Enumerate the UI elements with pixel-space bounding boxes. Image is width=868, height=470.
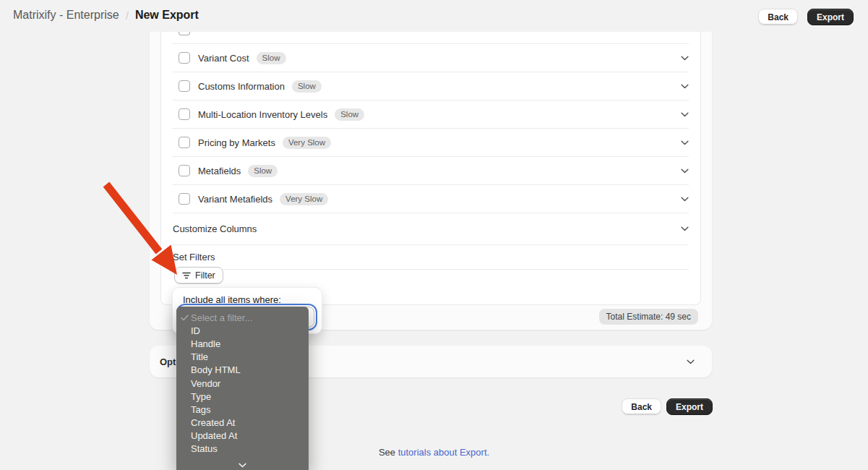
- filter-dropdown-menu: Select a filter... ID Handle Title Body …: [176, 307, 309, 470]
- export-sections-list: Variant Cost Slow Customs Information Sl…: [161, 43, 700, 270]
- checkmark-icon: [181, 315, 189, 321]
- menu-item-label: Updated At: [191, 430, 237, 441]
- row-label: Variant Cost: [198, 53, 249, 64]
- page: Matrixify - Enterprise / New Export Back…: [0, 0, 868, 470]
- menu-scroll-down-chevron[interactable]: [176, 463, 309, 468]
- checkbox[interactable]: [179, 80, 190, 92]
- set-filters-header: Set Filters: [173, 245, 689, 270]
- chevron-down-icon[interactable]: [681, 56, 689, 61]
- menu-item-updated-at[interactable]: Updated At: [176, 430, 309, 443]
- section-row-variant-cost[interactable]: Variant Cost Slow: [173, 43, 689, 72]
- menu-item-body-html[interactable]: Body HTML: [176, 364, 309, 377]
- filter-popover-prompt: Include all items where:: [183, 294, 281, 305]
- section-row-multi-location-inventory[interactable]: Multi-Location Inventory Levels Slow: [173, 100, 689, 128]
- customize-columns-label: Customize Columns: [173, 223, 257, 234]
- menu-item-placeholder[interactable]: Select a filter...: [176, 311, 309, 324]
- checkbox[interactable]: [179, 193, 190, 205]
- menu-item-type[interactable]: Type: [176, 390, 309, 403]
- export-button[interactable]: Export: [807, 9, 854, 25]
- breadcrumb-separator: /: [126, 9, 129, 22]
- chevron-down-icon[interactable]: [681, 112, 689, 117]
- chevron-down-icon[interactable]: [687, 359, 695, 364]
- help-prefix: See: [379, 447, 398, 458]
- filter-button-label: Filter: [195, 270, 215, 281]
- chevron-down-icon[interactable]: [681, 140, 689, 145]
- speed-badge: Slow: [248, 165, 278, 177]
- checkbox[interactable]: [179, 165, 190, 176]
- chevron-down-icon: [239, 463, 246, 468]
- page-title: New Export: [135, 9, 199, 22]
- set-filters-label: Set Filters: [173, 252, 215, 262]
- export-card: Variant Cost Slow Customs Information Sl…: [150, 32, 712, 330]
- menu-item-label: Tags: [191, 404, 210, 415]
- row-label: Metafields: [198, 166, 241, 176]
- menu-item-label: ID: [191, 325, 200, 336]
- row-label: Customs Information: [198, 81, 285, 92]
- menu-item-label: Type: [191, 391, 211, 402]
- speed-badge: Slow: [335, 108, 364, 121]
- filter-icon: [182, 272, 191, 279]
- menu-item-label: Status: [191, 443, 218, 454]
- menu-item-label: Body HTML: [191, 364, 241, 375]
- row-label: Multi-Location Inventory Levels: [198, 109, 327, 120]
- section-row-metafields[interactable]: Metafields Slow: [173, 156, 689, 184]
- menu-item-label: Vendor: [191, 378, 220, 389]
- checkbox[interactable]: [179, 108, 190, 120]
- bottom-actions: Back Export: [622, 398, 713, 415]
- speed-badge: Slow: [292, 80, 322, 93]
- breadcrumb: Matrixify - Enterprise / New Export: [13, 9, 199, 22]
- chevron-down-icon[interactable]: [681, 226, 689, 231]
- menu-item-label: Created At: [191, 417, 235, 428]
- speed-badge: Very Slow: [283, 137, 331, 149]
- customize-columns-row[interactable]: Customize Columns: [173, 213, 689, 245]
- section-row-customs-information[interactable]: Customs Information Slow: [173, 72, 689, 100]
- total-estimate-badge: Total Estimate: 49 sec: [599, 309, 698, 325]
- menu-item-handle[interactable]: Handle: [176, 337, 309, 350]
- back-button[interactable]: Back: [758, 9, 798, 25]
- menu-item-tags[interactable]: Tags: [176, 403, 309, 416]
- speed-badge: Very Slow: [280, 193, 328, 205]
- export-button-bottom[interactable]: Export: [666, 398, 713, 415]
- menu-item-title[interactable]: Title: [176, 351, 309, 364]
- menu-item-id[interactable]: ID: [176, 324, 309, 337]
- header-actions: Back Export: [758, 9, 854, 25]
- speed-badge: Slow: [257, 52, 286, 64]
- row-label: Pricing by Markets: [198, 137, 275, 148]
- menu-item-label: Select a filter...: [191, 312, 252, 323]
- chevron-down-icon[interactable]: [681, 168, 689, 174]
- breadcrumb-app-title[interactable]: Matrixify - Enterprise: [13, 9, 119, 22]
- checkbox[interactable]: [179, 52, 190, 64]
- menu-item-vendor[interactable]: Vendor: [176, 377, 309, 390]
- chevron-down-icon[interactable]: [681, 84, 689, 89]
- clipped-checkbox: [179, 32, 190, 35]
- section-row-variant-metafields[interactable]: Variant Metafields Very Slow: [173, 184, 689, 213]
- top-bar: Matrixify - Enterprise / New Export Back…: [0, 0, 868, 33]
- chevron-down-icon[interactable]: [681, 197, 689, 202]
- menu-item-status[interactable]: Status: [176, 443, 309, 456]
- row-label: Variant Metafields: [198, 194, 272, 205]
- help-text: See tutorials about Export.: [0, 447, 868, 458]
- menu-item-label: Handle: [191, 338, 220, 349]
- filter-button[interactable]: Filter: [174, 267, 223, 284]
- section-row-pricing-by-markets[interactable]: Pricing by Markets Very Slow: [173, 128, 689, 156]
- tutorials-link[interactable]: tutorials about Export.: [398, 447, 489, 458]
- checkbox[interactable]: [179, 137, 190, 148]
- menu-item-created-at[interactable]: Created At: [176, 416, 309, 430]
- menu-item-label: Title: [191, 351, 208, 362]
- back-button-bottom[interactable]: Back: [622, 398, 661, 415]
- export-sections-panel: Variant Cost Slow Customs Information Sl…: [160, 32, 701, 305]
